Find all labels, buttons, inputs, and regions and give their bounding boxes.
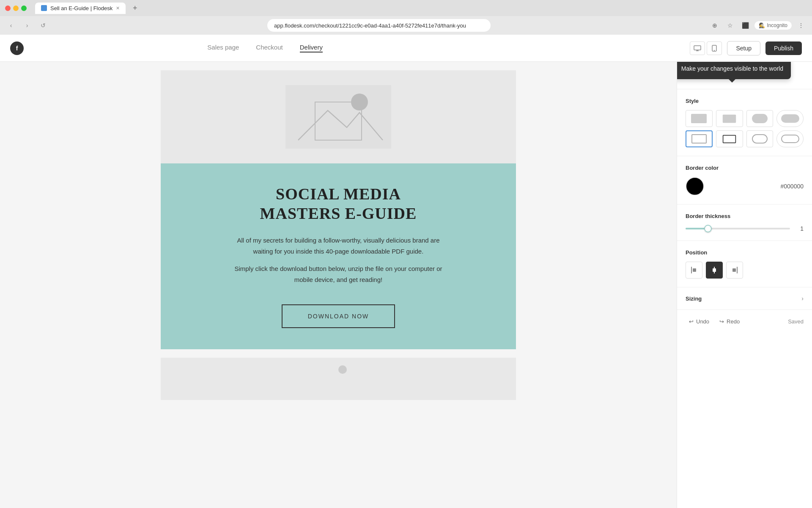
position-left-icon <box>691 266 697 274</box>
nav-delivery[interactable]: Delivery <box>300 44 323 52</box>
preview-card-top: SOCIAL MEDIAMASTERS E-GUIDE All of my se… <box>161 70 516 349</box>
browser-titlebar: Sell an E-Guide | Flodesk ✕ + <box>0 0 812 16</box>
redo-button[interactable]: ↪ Redo <box>716 316 743 327</box>
incognito-badge: 🕵 Incognito <box>754 21 792 30</box>
mobile-icon <box>712 45 717 52</box>
view-toggle <box>690 41 722 55</box>
main-content: SOCIAL MEDIAMASTERS E-GUIDE All of my se… <box>0 62 812 508</box>
rounded-outline-preview <box>752 134 768 144</box>
canvas-area: SOCIAL MEDIAMASTERS E-GUIDE All of my se… <box>0 62 677 508</box>
desktop-icon <box>694 45 701 51</box>
new-tab-btn[interactable]: + <box>129 2 141 14</box>
setup-button[interactable]: Setup <box>727 41 760 55</box>
app-header: f Sales page Checkout Delivery <box>0 35 812 62</box>
reload-btn[interactable]: ↺ <box>37 19 49 31</box>
svg-rect-12 <box>713 268 716 272</box>
incognito-label: Incognito <box>767 22 787 28</box>
preview-card-bottom <box>161 358 516 400</box>
minimize-dot[interactable] <box>13 6 19 11</box>
svg-rect-0 <box>694 46 701 50</box>
download-now-button[interactable]: DOWNLOAD NOW <box>282 304 395 328</box>
style-option-rounded-outline[interactable] <box>746 130 774 147</box>
maximize-dot[interactable] <box>21 6 27 11</box>
sizing-label: Sizing <box>686 295 702 302</box>
browser-addressbar: ‹ › ↺ app.flodesk.com/checkout/1221cc9c-… <box>0 16 812 35</box>
style-section: Style <box>677 89 812 156</box>
tab-title: Sell an E-Guide | Flodesk <box>50 5 112 11</box>
style-option-rounded-filled[interactable] <box>746 110 774 127</box>
svg-point-4 <box>714 50 715 51</box>
border-thickness-label: Border thickness <box>686 213 804 219</box>
svg-rect-9 <box>691 267 692 273</box>
rect-filled-preview <box>691 114 707 124</box>
rect-filled-sm-preview <box>723 114 736 122</box>
style-option-pill-filled[interactable] <box>776 110 804 127</box>
redo-icon: ↪ <box>719 318 724 325</box>
style-option-pill-outline[interactable] <box>776 130 804 147</box>
style-option-rect-filled-sm[interactable] <box>716 110 743 127</box>
style-option-rect-outline[interactable] <box>686 130 713 147</box>
address-bar[interactable]: app.flodesk.com/checkout/1221cc9c-e0ad-4… <box>267 19 491 32</box>
position-label: Position <box>686 249 804 256</box>
svg-rect-10 <box>693 268 696 272</box>
content-section: SOCIAL MEDIAMASTERS E-GUIDE All of my se… <box>161 163 516 349</box>
thickness-slider-track[interactable] <box>686 228 790 229</box>
style-option-rect-outline-sm[interactable] <box>716 130 743 147</box>
screen-share-icon: ⊕ <box>709 19 721 31</box>
color-row: #000000 <box>686 177 804 196</box>
position-right-icon <box>732 266 738 274</box>
rect-outline-sm-preview <box>723 135 736 143</box>
sizing-section[interactable]: Sizing › <box>677 287 812 309</box>
svg-rect-14 <box>732 268 736 272</box>
bookmark-icon[interactable]: ☆ <box>724 19 736 31</box>
rounded-filled-preview <box>752 114 768 124</box>
border-thickness-section: Border thickness 1 <box>677 204 812 241</box>
browser-actions: ⊕ ☆ ⬛ 🕵 Incognito ⋮ <box>709 19 807 31</box>
position-section: Position <box>677 241 812 287</box>
browser-tab[interactable]: Sell an E-Guide | Flodesk ✕ <box>35 3 126 14</box>
tab-favicon <box>41 5 47 11</box>
thickness-value: 1 <box>795 225 804 232</box>
right-sidebar: Make your changes visible to the world ✕… <box>677 62 812 508</box>
style-label: Style <box>686 98 804 104</box>
more-options-icon[interactable]: ⋮ <box>795 19 807 31</box>
forward-btn[interactable]: › <box>21 19 33 31</box>
tooltip-container: Make your changes visible to the world <box>677 62 791 83</box>
bottom-bar: ↩ Undo ↪ Redo Saved <box>677 309 812 333</box>
extensions-icon[interactable]: ⬛ <box>739 19 751 31</box>
pill-filled-preview <box>781 114 799 123</box>
browser-chrome: Sell an E-Guide | Flodesk ✕ + ‹ › ↺ app.… <box>0 0 812 35</box>
desktop-view-btn[interactable] <box>690 41 705 55</box>
sidebar-panel: ✕ Butt... Style <box>677 62 812 309</box>
browser-dots <box>5 6 27 11</box>
publish-button[interactable]: Publish <box>765 41 802 55</box>
back-btn[interactable]: ‹ <box>5 19 17 31</box>
nav-checkout[interactable]: Checkout <box>256 44 283 52</box>
position-right-btn[interactable] <box>726 262 743 279</box>
nav-sales-page[interactable]: Sales page <box>207 44 239 52</box>
undo-icon: ↩ <box>689 318 694 325</box>
border-color-hex: #000000 <box>780 183 804 190</box>
image-placeholder-top <box>161 70 516 163</box>
undo-button[interactable]: ↩ Undo <box>686 316 713 327</box>
mountain-illustration <box>285 83 391 151</box>
undo-label: Undo <box>696 318 709 325</box>
tab-close-btn[interactable]: ✕ <box>116 6 120 11</box>
thickness-row: 1 <box>686 225 804 232</box>
position-center-btn[interactable] <box>706 262 723 279</box>
tooltip-arrow <box>729 79 735 83</box>
tooltip-box: Make your changes visible to the world <box>677 62 791 79</box>
slider-fill <box>686 228 706 229</box>
svg-rect-5 <box>285 85 391 149</box>
svg-rect-13 <box>737 267 738 273</box>
close-dot[interactable] <box>5 6 11 11</box>
pill-outline-preview <box>781 135 799 144</box>
position-left-btn[interactable] <box>686 262 702 279</box>
address-text: app.flodesk.com/checkout/1221cc9c-e0ad-4… <box>274 22 466 29</box>
mobile-view-btn[interactable] <box>707 41 722 55</box>
svg-point-8 <box>338 365 347 374</box>
mountain-illustration-small <box>326 362 351 387</box>
style-option-rect-filled[interactable] <box>686 110 713 127</box>
border-color-swatch[interactable] <box>686 177 704 196</box>
slider-thumb[interactable] <box>704 225 712 232</box>
